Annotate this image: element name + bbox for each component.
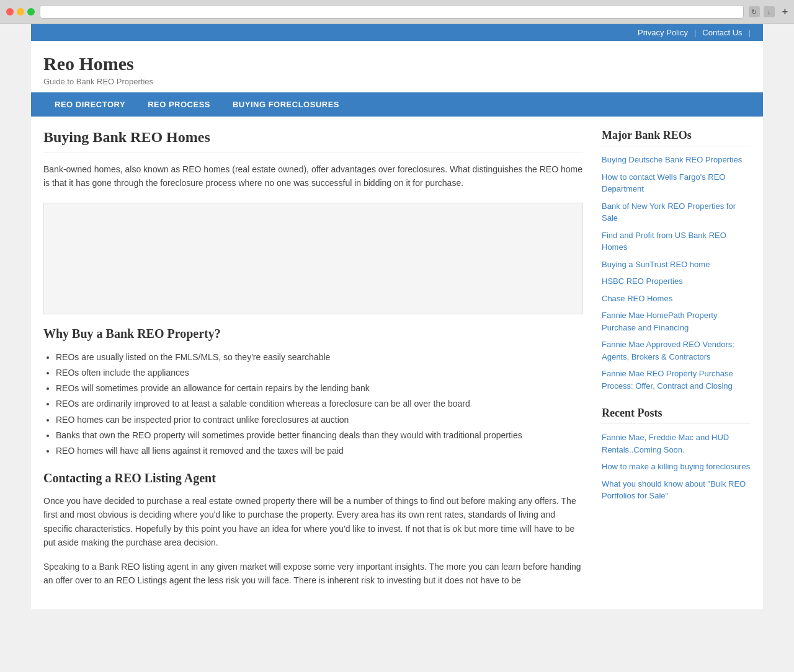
content-area: Buying Bank REO Homes Bank-owned homes, … [43, 129, 583, 597]
list-item: REOs are usually listed on the FMLS/MLS,… [56, 350, 583, 365]
list-item: REOs are ordinarily improved to at least… [56, 396, 583, 412]
separator-1: | [694, 28, 696, 37]
sidebar-bank-link[interactable]: How to contact Wells Fargo's REO Departm… [602, 171, 751, 195]
list-item: REO homes will have all liens against it… [56, 443, 583, 459]
sidebar-bank-link[interactable]: Buying a SunTrust REO home [602, 259, 751, 271]
sidebar-bank-link[interactable]: Fannie Mae HomePath Property Purchase an… [602, 309, 751, 334]
contacting-title: Contacting a REO Listing Agent [43, 471, 583, 485]
page-title: Buying Bank REO Homes [43, 129, 583, 153]
sidebar-bank-link[interactable]: Chase REO Homes [602, 293, 751, 305]
site-wrapper: Privacy Policy | Contact Us | Reo Homes … [31, 24, 763, 609]
major-banks-title: Major Bank REOs [602, 129, 751, 146]
main-nav: REO DIRECTORY REO PROCESS BUYING FORECLO… [31, 92, 763, 117]
major-banks-section: Major Bank REOs Buying Deutsche Bank REO… [602, 129, 751, 392]
sidebar-bank-link[interactable]: Bank of New York REO Properties for Sale [602, 200, 751, 224]
recent-posts-title: Recent Posts [602, 407, 751, 424]
major-banks-links: Buying Deutsche Bank REO PropertiesHow t… [602, 154, 751, 392]
why-buy-list: REOs are usually listed on the FMLS/MLS,… [43, 350, 583, 459]
contacting-p2: Speaking to a Bank REO listing agent in … [43, 560, 583, 588]
traffic-lights [6, 8, 35, 15]
sidebar-bank-link[interactable]: HSBC REO Properties [602, 275, 751, 288]
sidebar-bank-link[interactable]: Fannie Mae Approved REO Vendors: Agents,… [602, 338, 751, 363]
ad-placeholder [43, 203, 583, 314]
list-item: REOs often include the appliances [56, 365, 583, 381]
browser-chrome: ↻ ↓ + [0, 0, 794, 24]
site-title: Reo Homes [43, 53, 751, 74]
sidebar-recent-post-link[interactable]: How to make a killing buying foreclosure… [602, 461, 751, 473]
nav-reo-process[interactable]: REO PROCESS [136, 92, 221, 117]
list-item: Banks that own the REO property will som… [56, 428, 583, 443]
list-item: REOs will sometimes provide an allowance… [56, 381, 583, 396]
sidebar: Major Bank REOs Buying Deutsche Bank REO… [602, 129, 751, 597]
download-button[interactable]: ↓ [764, 6, 775, 17]
main-layout: Buying Bank REO Homes Bank-owned homes, … [31, 117, 763, 609]
list-item: REO homes can be inspected prior to cont… [56, 412, 583, 428]
sidebar-recent-post-link[interactable]: Fannie Mae, Freddie Mac and HUD Rentals.… [602, 431, 751, 456]
address-bar[interactable] [40, 5, 744, 19]
contacting-p1: Once you have decided to purchase a real… [43, 494, 583, 550]
top-bar: Privacy Policy | Contact Us | [31, 24, 763, 41]
recent-posts-section: Recent Posts Fannie Mae, Freddie Mac and… [602, 407, 751, 502]
close-button[interactable] [6, 8, 14, 15]
separator-2: | [749, 28, 751, 37]
sidebar-recent-post-link[interactable]: What you should know about "Bulk REO Por… [602, 478, 751, 502]
sidebar-bank-link[interactable]: Fannie Mae REO Property Purchase Process… [602, 368, 751, 392]
browser-actions: ↻ ↓ [749, 6, 775, 17]
recent-posts-links: Fannie Mae, Freddie Mac and HUD Rentals.… [602, 431, 751, 502]
site-tagline: Guide to Bank REO Properties [43, 77, 751, 86]
maximize-button[interactable] [27, 8, 35, 15]
site-header: Reo Homes Guide to Bank REO Properties [31, 41, 763, 92]
refresh-button[interactable]: ↻ [749, 6, 760, 17]
contact-us-link[interactable]: Contact Us [702, 28, 742, 37]
sidebar-bank-link[interactable]: Buying Deutsche Bank REO Properties [602, 154, 751, 166]
minimize-button[interactable] [17, 8, 24, 15]
sidebar-bank-link[interactable]: Find and Profit from US Bank REO Homes [602, 229, 751, 254]
nav-buying-foreclosures[interactable]: BUYING FORECLOSURES [221, 92, 350, 117]
new-tab-button[interactable]: + [782, 6, 788, 17]
intro-text: Bank-owned homes, also known as REO home… [43, 162, 583, 190]
privacy-policy-link[interactable]: Privacy Policy [638, 28, 688, 37]
nav-reo-directory[interactable]: REO DIRECTORY [43, 92, 136, 117]
why-buy-title: Why Buy a Bank REO Property? [43, 327, 583, 341]
